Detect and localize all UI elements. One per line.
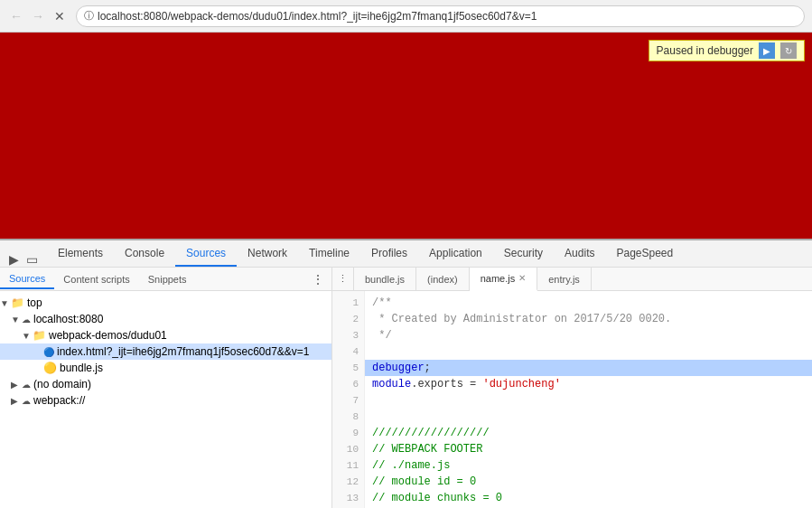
nav-buttons: ← → ✕ xyxy=(7,7,69,25)
tree-item-webpack[interactable]: ▶ ☁ webpack:// xyxy=(0,392,331,409)
browser-bar: ← → ✕ ⓘ localhost:8080/webpack-demos/dud… xyxy=(0,0,812,33)
arrow-localhost: ▼ xyxy=(11,315,22,325)
tree-label-no-domain: (no domain) xyxy=(33,378,91,390)
line-num-10: 10 xyxy=(332,441,364,457)
back-button[interactable]: ← xyxy=(7,7,25,25)
editor-tab-index[interactable]: (index) xyxy=(416,268,470,291)
folder-icon-webpack-demos: 📁 xyxy=(33,329,46,342)
tree-label-bundle-js: bundle.js xyxy=(60,362,103,374)
devtools-tab-bar: ▶ ▭ Elements Console Sources Network Tim… xyxy=(0,240,812,268)
tab-timeline[interactable]: Timeline xyxy=(298,241,360,267)
close-name-js-icon[interactable]: ✕ xyxy=(518,273,526,283)
tab-audits[interactable]: Audits xyxy=(554,241,605,267)
code-line-11: // ./name.js xyxy=(365,457,812,474)
arrow-webpack: ▶ xyxy=(11,396,22,406)
cloud-icon-localhost: ☁ xyxy=(22,315,31,325)
code-line-2: * Created by Administrator on 2017/5/20 … xyxy=(365,311,812,327)
cloud-icon-no-domain: ☁ xyxy=(22,380,31,390)
debugger-text: Paused in debugger xyxy=(657,44,753,57)
file-icon-index-html: 🔵 xyxy=(43,347,54,357)
left-panel: Sources Content scripts Snippets ⋮ ▼ 📁 t… xyxy=(0,268,332,508)
js-icon-bundle: 🟡 xyxy=(43,362,57,374)
code-line-4 xyxy=(365,343,812,360)
sources-tab[interactable]: Sources xyxy=(0,269,54,289)
devtools-body: Sources Content scripts Snippets ⋮ ▼ 📁 t… xyxy=(0,268,812,508)
line-num-4: 4 xyxy=(332,343,364,360)
right-panel: ⋮ bundle.js (index) name.js ✕ entry.js 1… xyxy=(332,268,812,508)
reload-button[interactable]: ✕ xyxy=(51,7,69,25)
code-line-9: ////////////////// xyxy=(365,425,812,441)
content-scripts-tab[interactable]: Content scripts xyxy=(54,270,138,288)
more-options-button[interactable]: ⋮ xyxy=(312,272,324,287)
folder-icon-top: 📁 xyxy=(11,296,24,309)
line-num-11: 11 xyxy=(332,457,364,474)
line-num-12: 12 xyxy=(332,474,364,490)
editor-tab-name-js-label: name.js xyxy=(481,273,516,284)
lock-icon: ⓘ xyxy=(84,9,94,23)
code-line-8 xyxy=(365,409,812,425)
url-text: localhost:8080/webpack-demos/dudu01/inde… xyxy=(98,10,537,23)
arrow-webpack-demos: ▼ xyxy=(22,331,33,341)
code-line-3: */ xyxy=(365,327,812,343)
tab-application[interactable]: Application xyxy=(418,241,493,267)
editor-tab-entry-js[interactable]: entry.js xyxy=(537,268,592,291)
editor-tab-bundle-js[interactable]: bundle.js xyxy=(354,268,416,291)
tab-profiles[interactable]: Profiles xyxy=(360,241,418,267)
left-panel-tabs: Sources Content scripts Snippets ⋮ xyxy=(0,268,331,291)
code-line-5: debugger; xyxy=(365,360,812,376)
editor-tabs: ⋮ bundle.js (index) name.js ✕ entry.js xyxy=(332,268,812,291)
line-num-5: 5 xyxy=(332,360,364,376)
line-num-7: 7 xyxy=(332,392,364,409)
tab-actions: ⋮ xyxy=(312,272,331,287)
tab-sources[interactable]: Sources xyxy=(175,241,237,267)
tab-console[interactable]: Console xyxy=(114,241,175,267)
line-num-9: 9 xyxy=(332,425,364,441)
device-icon[interactable]: ▭ xyxy=(26,252,38,267)
address-bar[interactable]: ⓘ localhost:8080/webpack-demos/dudu01/in… xyxy=(76,5,805,27)
cloud-icon-webpack: ☁ xyxy=(22,396,31,406)
file-tree: ▼ 📁 top ▼ ☁ localhost:8080 ▼ 📁 webpack-d… xyxy=(0,291,331,508)
tree-label-index-html: index.html?_ijt=ihe6jg2m7fmanq1jf5osec60… xyxy=(57,345,310,358)
tree-label-webpack-demos: webpack-demos/dudu01 xyxy=(49,329,167,342)
code-line-7 xyxy=(365,392,812,409)
step-button[interactable]: ↻ xyxy=(780,42,797,59)
line-num-13: 13 xyxy=(332,490,364,506)
debugger-badge: Paused in debugger ▶ ↻ xyxy=(649,40,805,61)
code-line-6: module.exports = 'dujuncheng' xyxy=(365,376,812,392)
tree-item-webpack-demos[interactable]: ▼ 📁 webpack-demos/dudu01 xyxy=(0,327,331,343)
code-area: 1 2 3 4 5 6 7 8 9 10 11 12 13 /** * Crea… xyxy=(332,291,812,508)
line-num-3: 3 xyxy=(332,327,364,343)
line-num-2: 2 xyxy=(332,311,364,327)
line-num-1: 1 xyxy=(332,295,364,311)
line-numbers: 1 2 3 4 5 6 7 8 9 10 11 12 13 xyxy=(332,291,365,508)
arrow-no-domain: ▶ xyxy=(11,380,22,390)
tree-label-top: top xyxy=(27,296,42,309)
code-line-1: /** xyxy=(365,295,812,311)
tab-pagespeed[interactable]: PageSpeed xyxy=(605,241,684,267)
tab-security[interactable]: Security xyxy=(493,241,554,267)
webpage-area: Paused in debugger ▶ ↻ xyxy=(0,33,812,239)
tree-item-index-html[interactable]: 🔵 index.html?_ijt=ihe6jg2m7fmanq1jf5osec… xyxy=(0,343,331,360)
tree-label-localhost: localhost:8080 xyxy=(33,313,103,325)
editor-icon: ⋮ xyxy=(332,268,354,291)
tab-elements[interactable]: Elements xyxy=(47,241,114,267)
code-content: /** * Created by Administrator on 2017/5… xyxy=(365,291,812,508)
devtools-panel: ▶ ▭ Elements Console Sources Network Tim… xyxy=(0,239,812,508)
tree-item-top[interactable]: ▼ 📁 top xyxy=(0,295,331,311)
code-line-10: // WEBPACK FOOTER xyxy=(365,441,812,457)
line-num-6: 6 xyxy=(332,376,364,392)
tree-item-localhost[interactable]: ▼ ☁ localhost:8080 xyxy=(0,311,331,327)
line-num-8: 8 xyxy=(332,409,364,425)
forward-button[interactable]: → xyxy=(29,7,47,25)
tree-item-bundle-js[interactable]: 🟡 bundle.js xyxy=(0,360,331,376)
inspect-icon[interactable]: ▶ xyxy=(9,252,19,267)
tree-label-webpack: webpack:// xyxy=(33,394,85,407)
code-line-12: // module id = 0 xyxy=(365,474,812,490)
snippets-tab[interactable]: Snippets xyxy=(139,270,196,288)
resume-button[interactable]: ▶ xyxy=(759,42,775,59)
arrow-top: ▼ xyxy=(0,298,11,308)
tree-item-no-domain[interactable]: ▶ ☁ (no domain) xyxy=(0,376,331,392)
devtools-icons: ▶ ▭ xyxy=(4,252,43,267)
editor-tab-name-js[interactable]: name.js ✕ xyxy=(470,268,538,291)
tab-network[interactable]: Network xyxy=(237,241,298,267)
